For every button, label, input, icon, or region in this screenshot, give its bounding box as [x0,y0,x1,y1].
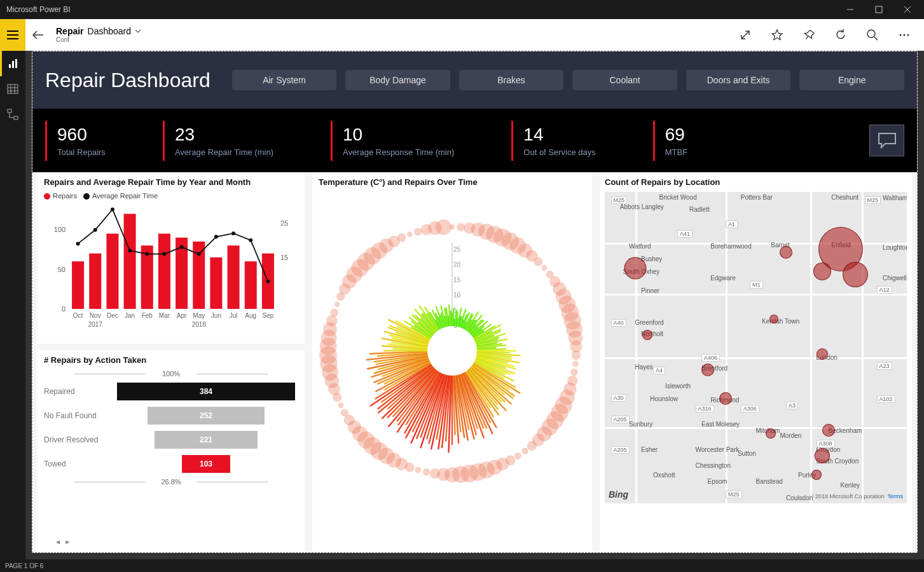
svg-point-189 [514,453,521,460]
map-bubble[interactable] [719,392,732,405]
map-road-badge: M25 [611,196,628,204]
svg-point-261 [338,402,343,408]
filter-pill[interactable]: Brakes [459,70,564,90]
search-icon[interactable] [865,28,879,42]
svg-point-111 [534,257,543,266]
kpi-card[interactable]: 69MTBF [653,121,745,161]
hamburger-menu[interactable] [0,19,25,51]
svg-point-225 [415,466,421,473]
map-place-label: Morden [780,432,802,439]
chart-repairs-by-month[interactable]: Repairs and Average Repair Time by Year … [38,172,305,344]
svg-text:Feb: Feb [142,312,153,319]
svg-point-13 [904,34,906,36]
chart-repairs-map[interactable]: Count of Repairs by Location Bing © 2018… [600,172,912,552]
nav-data-icon[interactable] [0,76,25,102]
map-bubble[interactable] [813,262,831,280]
map-place-label: Sunbury [629,421,652,428]
funnel-bar: 103 [182,455,230,473]
filter-pill[interactable]: Body Damage [345,70,450,90]
status-bar: PAGE 1 OF 6 [0,559,924,572]
map-road-badge: A40 [611,319,626,327]
app-title: Microsoft Power BI [6,5,71,14]
breadcrumb[interactable]: Repair Dashboard Conf [51,26,141,43]
map-bubble[interactable] [817,348,828,360]
pin-icon[interactable] [802,28,816,42]
svg-point-336 [414,228,422,236]
map-bubble[interactable] [780,246,792,259]
chart-legend: Repairs Average Repair Time [44,192,298,200]
svg-point-150 [572,361,579,367]
map-bubble[interactable] [822,424,835,437]
kpi-card[interactable]: 960Total Repairs [45,121,163,161]
svg-line-346 [451,311,452,325]
nav-report-icon[interactable] [0,51,25,76]
kpi-card[interactable]: 23Average Repair Time (min) [163,121,331,161]
kpi-row: 960Total Repairs 23Average Repair Time (… [32,109,917,172]
svg-point-294 [330,308,338,317]
map-place-label: Hounslow [650,395,678,402]
refresh-icon[interactable] [834,28,848,42]
map-place-label: Kenley [841,482,860,489]
funnel-bar: 384 [117,383,295,400]
map-bubble[interactable] [642,330,652,340]
map-terms-link[interactable]: Terms [888,493,904,500]
map-visual[interactable]: Bing © 2018 Microsoft Corporation Terms … [605,192,907,503]
map-bubble[interactable] [769,315,778,323]
funnel-row: Repaired384 [44,381,298,402]
map-road-badge: M25 [865,196,881,204]
chart-repairs-by-action[interactable]: # Repairs by Action Taken 100% Repaired3… [38,350,305,552]
svg-text:2017: 2017 [88,321,103,328]
svg-text:Nov: Nov [90,312,101,319]
map-bubble[interactable] [701,364,714,376]
close-button[interactable] [893,0,921,19]
svg-point-12 [900,34,902,36]
funnel-label: No Fault Found [44,411,114,420]
filter-pill[interactable]: Air System [232,70,337,90]
svg-rect-41 [228,245,240,309]
svg-point-333 [407,231,413,237]
filter-pill[interactable]: Engine [799,70,904,90]
svg-point-219 [430,468,440,479]
filter-pill[interactable]: Doors and Exits [686,70,791,90]
kpi-card[interactable]: 14Out of Service days [511,121,652,161]
comment-button[interactable] [869,125,904,156]
funnel-row: Driver Resolved221 [44,430,298,450]
maximize-button[interactable] [864,0,893,19]
map-road-badge: A306 [741,405,759,412]
chart-title: Temperature (C°) and Repairs Over Time [319,177,586,187]
svg-point-147 [572,350,581,360]
svg-text:Oct: Oct [73,312,83,319]
kpi-card[interactable]: 10Average Response Time (min) [331,121,511,161]
breadcrumb-sub: Conf [56,36,141,43]
map-bubble[interactable] [843,262,868,287]
funnel-bar: 252 [148,407,265,425]
svg-text:0: 0 [62,305,66,313]
nav-model-icon[interactable] [0,102,25,127]
svg-rect-17 [15,59,17,68]
minimize-button[interactable] [836,0,864,19]
chart-temperature-radial[interactable]: Temperature (C°) and Repairs Over Time 0… [312,172,592,552]
svg-text:Apr: Apr [177,312,187,319]
map-bubble[interactable] [811,470,822,480]
svg-line-8 [741,31,749,39]
combo-chart-svg: 0501001525OctNovDecJanFebMarAprMayJunJul… [44,202,298,336]
svg-rect-18 [8,85,18,93]
more-icon[interactable] [897,28,911,42]
svg-text:15: 15 [280,254,288,261]
horizontal-scroll-arrows[interactable]: ◄ ► [55,538,71,545]
map-road-badge: A12 [877,286,892,294]
map-road-badge: A23 [877,362,892,370]
filter-pill[interactable]: Coolant [572,70,677,90]
dashboard-header: Repair Dashboard Air System Body Damage … [32,51,917,109]
svg-text:20: 20 [453,261,461,268]
map-bubble[interactable] [766,428,776,439]
favorite-icon[interactable] [770,28,784,42]
map-bubble[interactable] [624,257,646,280]
map-place-label: Bricket Wood [659,194,697,201]
fullscreen-icon[interactable] [738,28,752,42]
svg-text:May: May [193,312,205,319]
back-button[interactable] [25,19,51,51]
map-bubble[interactable] [815,448,830,463]
svg-text:Jan: Jan [125,312,135,319]
svg-point-291 [326,315,338,327]
